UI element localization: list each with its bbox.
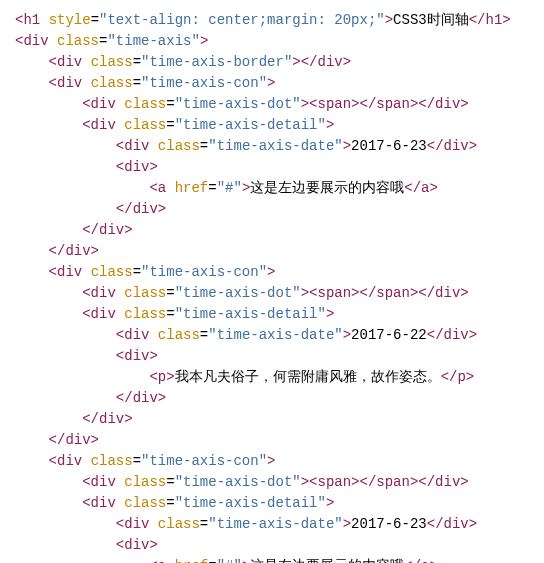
code-line: </div> — [15, 199, 529, 220]
code-line: <div class="time-axis-dot"><span></span>… — [15, 472, 529, 493]
code-line: </div> — [15, 430, 529, 451]
code-line: <div class="time-axis-con"> — [15, 451, 529, 472]
code-line: </div> — [15, 241, 529, 262]
code-line: <div> — [15, 157, 529, 178]
code-line: <div> — [15, 346, 529, 367]
code-line: <div class="time-axis-date">2017-6-23</d… — [15, 514, 529, 535]
code-line: <div> — [15, 535, 529, 556]
code-line: <div class="time-axis-detail"> — [15, 304, 529, 325]
code-line: <div class="time-axis-con"> — [15, 262, 529, 283]
code-line: </div> — [15, 220, 529, 241]
code-line: <a href="#">这是左边要展示的内容哦</a> — [15, 178, 529, 199]
code-line: <h1 style="text-align: center;margin: 20… — [15, 10, 529, 31]
code-line: <a href="#">这是左边要展示的内容哦</a> — [15, 556, 529, 563]
code-line: <div class="time-axis-con"> — [15, 73, 529, 94]
code-block: <h1 style="text-align: center;margin: 20… — [15, 10, 529, 563]
code-line: <div class="time-axis-detail"> — [15, 493, 529, 514]
code-line: </div> — [15, 388, 529, 409]
code-line: <div class="time-axis-border"></div> — [15, 52, 529, 73]
code-line: <div class="time-axis-dot"><span></span>… — [15, 94, 529, 115]
code-line: <div class="time-axis-date">2017-6-23</d… — [15, 136, 529, 157]
code-line: <div class="time-axis-detail"> — [15, 115, 529, 136]
code-line: </div> — [15, 409, 529, 430]
code-line: <div class="time-axis-date">2017-6-22</d… — [15, 325, 529, 346]
code-line: <div class="time-axis-dot"><span></span>… — [15, 283, 529, 304]
code-line: <p>我本凡夫俗子，何需附庸风雅，故作姿态。</p> — [15, 367, 529, 388]
code-line: <div class="time-axis"> — [15, 31, 529, 52]
